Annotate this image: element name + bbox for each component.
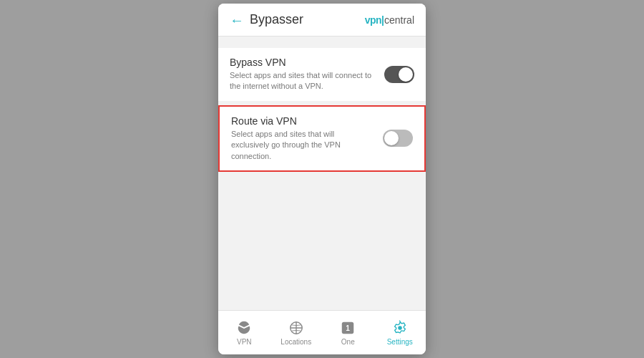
settings-icon — [392, 320, 408, 336]
bypass-vpn-text: Bypass VPN Select apps and sites that wi… — [230, 57, 376, 92]
bypass-vpn-toggle-knob — [399, 67, 413, 82]
bypass-vpn-desc: Select apps and sites that will connect … — [230, 70, 376, 92]
one-icon: 1 — [340, 320, 356, 336]
nav-item-vpn[interactable]: VPN — [225, 320, 264, 346]
locations-icon — [288, 320, 304, 336]
nav-item-one[interactable]: 1 One — [328, 320, 368, 346]
svg-text:1: 1 — [346, 324, 350, 332]
logo-vpn-text: vpn — [365, 14, 381, 26]
route-via-vpn-text: Route via VPN Select apps and sites that… — [231, 115, 374, 162]
bypass-vpn-title: Bypass VPN — [230, 57, 376, 68]
route-via-vpn-desc: Select apps and sites that will exclusiv… — [231, 129, 374, 162]
nav-one-label: One — [341, 338, 355, 346]
header-left: ← Bypasser — [230, 12, 303, 27]
nav-item-locations[interactable]: Locations — [276, 320, 316, 346]
bottom-nav: VPN Locations 1 One — [218, 310, 426, 354]
bypass-vpn-toggle[interactable] — [384, 66, 414, 83]
bypass-vpn-item: Bypass VPN Select apps and sites that wi… — [218, 48, 426, 101]
route-via-vpn-item: Route via VPN Select apps and sites that… — [218, 105, 426, 172]
nav-locations-label: Locations — [280, 338, 311, 346]
nav-vpn-label: VPN — [237, 338, 252, 346]
page-title: Bypasser — [250, 12, 303, 27]
header: ← Bypasser vpn|central — [218, 4, 426, 37]
nav-item-settings[interactable]: Settings — [380, 320, 419, 346]
phone-container: ← Bypasser vpn|central Bypass VPN Select… — [218, 4, 426, 354]
back-button[interactable]: ← — [230, 13, 244, 27]
content-area: Bypass VPN Select apps and sites that wi… — [218, 37, 426, 310]
route-via-vpn-title: Route via VPN — [231, 115, 374, 127]
svg-point-5 — [398, 326, 402, 330]
logo: vpn|central — [365, 14, 414, 26]
route-via-vpn-toggle-knob — [384, 131, 399, 145]
route-via-vpn-toggle[interactable] — [383, 130, 413, 147]
vpn-icon — [236, 320, 252, 336]
nav-settings-label: Settings — [387, 338, 413, 346]
logo-central-text: central — [384, 14, 414, 26]
